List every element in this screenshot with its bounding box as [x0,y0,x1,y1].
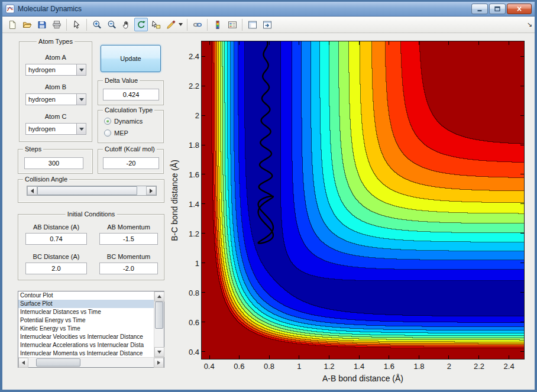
list-item[interactable]: Internuclear Momenta vs Internuclear Dis… [18,349,154,357]
print-figure-icon [52,20,62,30]
atom-c-select[interactable]: hydrogen [25,123,86,135]
insert-legend-button[interactable] [225,18,239,31]
x-tick-label: 1.6 [379,362,400,371]
radio-mep-label: MEP [114,129,128,137]
atom-a-label: Atom A [20,54,92,61]
listbox-vertical-scrollbar[interactable] [154,291,164,357]
x-axis-label: A-B bond distance (Å) [202,374,524,383]
list-item[interactable]: Kinetic Energy vs Time [18,325,154,333]
toolbar-separator [66,19,67,31]
atom-b-value: hydrogen [26,94,76,105]
list-item[interactable]: Internuclear Accelerations vs Internucle… [18,341,154,349]
maximize-button[interactable] [489,4,506,14]
scroll-up-icon[interactable] [154,291,164,302]
steps-input[interactable] [24,157,83,169]
zoom-out-button[interactable] [105,18,118,31]
edit-plot-button[interactable] [70,18,83,31]
y-axis-label: B-C bond distance (Å) [170,160,179,241]
scrollbar-thumb[interactable] [36,358,80,367]
print-figure-button[interactable] [50,18,63,31]
bc-distance-input[interactable] [25,263,87,274]
rotate-3d-button[interactable] [134,18,148,31]
insert-colorbar-button[interactable] [211,18,224,31]
show-plot-tools-icon [263,20,272,30]
pan-icon [122,20,131,30]
list-item[interactable]: Surface Plot [18,300,154,308]
list-item[interactable]: Potential Energy vs Time [18,316,154,325]
close-button[interactable] [507,4,532,14]
scroll-down-icon[interactable] [154,347,164,357]
radio-icon [104,129,111,137]
slider-track[interactable] [37,186,146,195]
brush-dropdown-button[interactable] [177,18,184,31]
x-tick-label: 2 [438,362,460,371]
atom-types-panel: Atom Types Atom A hydrogen Atom B hydrog… [19,41,92,142]
y-tick-label: 2.2 [178,82,199,90]
slider-thumb[interactable] [37,186,137,195]
rotate-3d-icon [137,20,146,30]
minimize-button[interactable] [471,4,488,14]
listbox-horizontal-scrollbar[interactable] [18,357,164,367]
collision-angle-slider[interactable] [27,186,157,196]
x-tick-label: 0.6 [228,362,250,371]
list-item[interactable]: Contour Plot [18,291,154,300]
calculation-type-panel: Calculation Type Dynamics MEP [98,110,164,143]
data-cursor-icon [151,20,161,30]
radio-dynamics[interactable]: Dynamics [104,117,143,125]
scrollbar-thumb[interactable] [155,302,163,329]
dropdown-arrow-icon [76,64,86,75]
maximize-icon [493,5,502,12]
delta-value-input[interactable] [103,89,159,101]
app-window: Molecular Dynamics ↘ Atom Types Atom A h… [0,0,537,392]
y-tick-label: 0.4 [178,348,199,356]
update-button[interactable]: Update [101,45,161,72]
radio-icon [104,118,111,125]
ab-momentum-input[interactable] [99,233,158,245]
scroll-right-icon[interactable] [154,358,164,368]
insert-colorbar-icon [213,20,222,30]
plot-type-listbox[interactable]: Contour PlotSurface PlotInternuclear Dis… [18,291,164,368]
toolbar-separator [86,19,87,31]
save-figure-button[interactable] [35,18,48,31]
toolbar-separator [242,19,242,31]
zoom-in-icon [92,20,102,30]
scroll-left-icon[interactable] [18,358,28,368]
zoom-in-button[interactable] [90,18,103,31]
brush-button[interactable] [164,18,177,31]
link-plots-button[interactable] [190,18,204,31]
show-plot-tools-button[interactable] [260,18,274,31]
x-tick-label: 0.4 [199,362,220,371]
titlebar: Molecular Dynamics [2,2,535,17]
pes-contour-canvas[interactable] [202,41,524,359]
bc-distance-label: BC Distance (A) [25,253,87,260]
bc-momentum-label: BC Momentum [99,253,158,260]
toolbar-separator [207,19,208,31]
slider-left-arrow-icon[interactable] [27,186,37,195]
ab-distance-input[interactable] [25,233,87,245]
radio-dynamics-label: Dynamics [114,118,143,125]
toolbar-overflow-icon[interactable]: ↘ [527,21,532,28]
initial-conditions-panel-title: Initial Conditions [66,210,117,218]
collision-angle-panel: Collision Angle [18,179,164,203]
radio-mep[interactable]: MEP [104,129,128,137]
x-tick-label: 0.8 [258,362,280,371]
atom-c-value: hydrogen [26,124,76,134]
x-tick-label: 2.2 [468,362,490,371]
ab-distance-label: AB Distance (A) [25,223,87,231]
cutoff-panel-title: Cutoff (Kcal/ mol) [103,145,157,153]
open-file-button[interactable] [20,18,34,31]
atom-a-select[interactable]: hydrogen [25,64,86,76]
atom-types-panel-title: Atom Types [37,38,75,45]
cutoff-input[interactable] [103,157,159,169]
link-plots-icon [193,20,202,30]
close-icon [515,5,523,12]
bc-momentum-input[interactable] [99,263,158,274]
pan-button[interactable] [119,18,133,31]
data-cursor-button[interactable] [149,18,163,31]
list-item[interactable]: Internuclear Velocities vs Internuclear … [18,333,154,341]
slider-right-arrow-icon[interactable] [146,186,156,195]
list-item[interactable]: Internuclear Distances vs Time [18,308,154,316]
atom-b-select[interactable]: hydrogen [25,93,86,105]
hide-plot-tools-button[interactable] [245,18,259,31]
new-figure-button[interactable] [5,18,19,31]
